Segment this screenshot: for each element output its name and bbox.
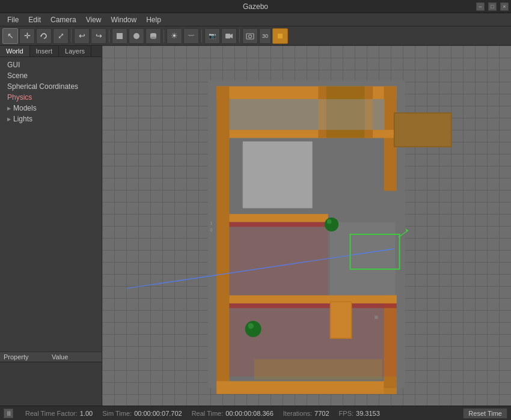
tree-item-gui[interactable]: GUI xyxy=(0,59,102,70)
toolbar-separator-5 xyxy=(239,29,240,43)
menu-camera[interactable]: Camera xyxy=(46,13,81,26)
window-controls[interactable]: – □ × xyxy=(476,2,509,11)
svg-point-34 xyxy=(245,321,262,337)
scene-svg: 1 0 xyxy=(102,46,511,406)
menu-file[interactable]: File xyxy=(2,13,23,26)
record-tool[interactable] xyxy=(221,28,237,44)
svg-point-32 xyxy=(325,218,338,231)
viewport[interactable]: 1 0 xyxy=(102,46,511,406)
svg-rect-10 xyxy=(278,34,283,38)
menu-window[interactable]: Window xyxy=(106,13,142,26)
tree-item-physics-label: Physics xyxy=(7,93,32,102)
property-col-label: Property xyxy=(4,353,52,361)
svg-rect-8 xyxy=(246,34,254,39)
sun-tool[interactable]: ☀ xyxy=(167,28,182,44)
svg-marker-0 xyxy=(40,35,41,37)
tree-item-scene[interactable]: Scene xyxy=(0,70,102,81)
pause-button[interactable]: ⏸ xyxy=(4,409,13,418)
app-title: Gazebo xyxy=(243,2,268,11)
toolbar: ↖ ✛ ⤢ ↩ ↪ ☀ 〰 📷 30 xyxy=(0,26,511,46)
svg-rect-26 xyxy=(395,114,451,146)
menu-bar: File Edit Camera View Window Help xyxy=(0,13,511,26)
rtf-value: 1.00 xyxy=(80,410,93,417)
tab-insert[interactable]: Insert xyxy=(30,46,60,56)
svg-rect-1 xyxy=(117,33,123,39)
svg-rect-24 xyxy=(243,141,313,208)
tree-item-spherical-label: Spherical Coordinates xyxy=(7,82,78,91)
title-bar: Gazebo – □ × xyxy=(0,0,511,13)
select-tool[interactable]: ↖ xyxy=(2,28,18,44)
svg-rect-37 xyxy=(331,302,351,338)
menu-help[interactable]: Help xyxy=(141,13,166,26)
svg-rect-18 xyxy=(230,214,328,222)
scale-tool[interactable]: ⤢ xyxy=(53,28,69,44)
wave-tool[interactable]: 〰 xyxy=(183,28,199,44)
minimize-button[interactable]: – xyxy=(476,2,485,11)
toolbar-separator-2 xyxy=(109,29,109,43)
tab-layers[interactable]: Layers xyxy=(59,46,91,56)
menu-view[interactable]: View xyxy=(81,13,106,26)
svg-rect-6 xyxy=(225,34,230,38)
close-button[interactable]: × xyxy=(500,2,509,11)
svg-text:1: 1 xyxy=(210,221,213,225)
tree-item-scene-label: Scene xyxy=(7,72,28,80)
tree-item-physics[interactable]: Physics xyxy=(0,92,102,103)
property-header: Property Value xyxy=(0,352,102,362)
fps-toggle[interactable]: 30 xyxy=(259,28,271,44)
pause-icon: ⏸ xyxy=(5,410,12,417)
maximize-button[interactable]: □ xyxy=(488,2,497,11)
svg-marker-7 xyxy=(230,34,233,38)
tab-world[interactable]: World xyxy=(0,46,30,56)
undo-button[interactable]: ↩ xyxy=(74,28,90,44)
screenshot-tool[interactable] xyxy=(242,28,258,44)
redo-button[interactable]: ↪ xyxy=(91,28,106,44)
cylinder-tool[interactable] xyxy=(145,28,161,44)
svg-rect-31 xyxy=(330,222,396,296)
svg-rect-28 xyxy=(230,222,328,296)
sim-time-label: Sim Time: xyxy=(102,410,132,417)
left-panel: World Insert Layers GUI Scene Spherical … xyxy=(0,46,102,406)
tree-item-spherical[interactable]: Spherical Coordinates xyxy=(0,81,102,92)
tree-item-models[interactable]: Models xyxy=(0,103,102,114)
tree-item-lights[interactable]: Lights xyxy=(0,114,102,124)
real-time-label: Real Time: xyxy=(192,410,224,417)
svg-rect-49 xyxy=(254,359,382,380)
real-time-value: 00:00:00:08.366 xyxy=(225,410,274,417)
camera-tool[interactable]: 📷 xyxy=(204,28,220,44)
reset-time-button[interactable]: Reset Time xyxy=(463,408,507,419)
svg-point-9 xyxy=(249,35,252,38)
sim-time: Sim Time: 00:00:00:07.702 xyxy=(102,410,182,417)
svg-point-2 xyxy=(133,33,139,39)
box-tool[interactable] xyxy=(112,28,127,44)
rtf-label: Real Time Factor: xyxy=(25,410,78,417)
tree-item-lights-label: Lights xyxy=(13,115,32,123)
svg-point-5 xyxy=(150,37,156,39)
main-area: World Insert Layers GUI Scene Spherical … xyxy=(0,46,511,406)
svg-point-33 xyxy=(327,219,332,224)
sphere-tool[interactable] xyxy=(129,28,144,44)
rotate-tool[interactable] xyxy=(36,28,52,44)
iterations-value: 7702 xyxy=(314,410,329,417)
status-bar: ⏸ Real Time Factor: 1.00 Sim Time: 00:00… xyxy=(0,406,511,420)
translate-tool[interactable]: ✛ xyxy=(19,28,35,44)
toolbar-separator-1 xyxy=(71,29,72,43)
property-panel: Property Value xyxy=(0,352,102,406)
svg-rect-19 xyxy=(230,295,397,303)
real-time-factor: Real Time Factor: 1.00 xyxy=(25,410,93,417)
pause-control[interactable]: ⏸ xyxy=(4,409,16,418)
svg-rect-23 xyxy=(230,99,385,130)
value-col-label: Value xyxy=(52,353,68,361)
iterations-label: Iterations: xyxy=(283,410,312,417)
record-btn2[interactable] xyxy=(272,28,288,44)
tree-item-models-label: Models xyxy=(13,104,37,112)
fps-label: FPS: xyxy=(339,410,353,417)
tab-bar: World Insert Layers xyxy=(0,46,102,57)
iterations: Iterations: 7702 xyxy=(283,410,329,417)
svg-rect-48 xyxy=(230,388,397,394)
fps-value: 39.3153 xyxy=(356,410,380,417)
svg-rect-13 xyxy=(216,87,229,394)
fps: FPS: 39.3153 xyxy=(339,410,380,417)
toolbar-separator-4 xyxy=(201,29,202,43)
tree-panel: GUI Scene Spherical Coordinates Physics … xyxy=(0,57,102,352)
menu-edit[interactable]: Edit xyxy=(23,13,46,26)
